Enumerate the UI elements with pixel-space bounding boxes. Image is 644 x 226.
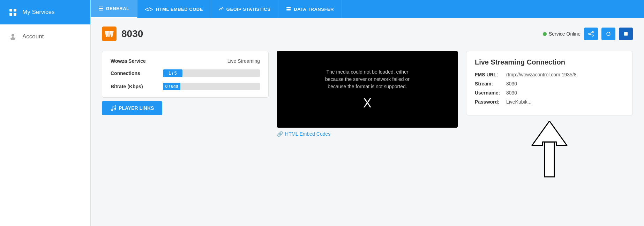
right-panel: Live Streaming Connection FMS URL: rtmp:… (466, 51, 633, 184)
sidebar-item-my-services[interactable]: My Services (0, 0, 90, 24)
music-icon (110, 105, 116, 111)
sidebar-my-services-label: My Services (22, 9, 55, 16)
service-title-group: 8030 (102, 27, 143, 41)
arrow-up-svg (529, 121, 570, 184)
connections-progress-wrap: 1 / 5 (163, 69, 260, 77)
refresh-button[interactable] (601, 28, 615, 40)
embed-link-icon: 🔗 (277, 131, 283, 137)
service-header: 8030 Service Online (102, 27, 633, 41)
html-embed-tab-label: HTML Embed Code (156, 7, 203, 12)
info-panel: Wowza Service Live Streaming Connections… (102, 51, 269, 184)
fms-url-value: rtmp://wowzacontrol.com:1935/8 (506, 72, 577, 77)
bottom-area: PLAYER LINKS (102, 101, 269, 115)
password-label: Password: (475, 99, 506, 105)
arrow-annotation (466, 121, 633, 184)
share-button[interactable] (584, 28, 598, 40)
data-transfer-tab-label: Data Transfer (294, 7, 334, 12)
html-embed-tab-icon: </> (145, 6, 153, 12)
bitrate-row: Bitrate (Kbps) 0 / 640 (111, 83, 260, 90)
sidebar-account-label: Account (22, 33, 44, 40)
username-value: 8030 (506, 90, 517, 96)
general-tab-label: General (106, 6, 129, 11)
wowza-service-row: Wowza Service Live Streaming (111, 58, 260, 64)
status-dot (543, 32, 547, 36)
video-panel: The media could not be loaded, either be… (277, 51, 458, 184)
main-body: Wowza Service Live Streaming Connections… (102, 51, 633, 184)
stream-label: Stream: (475, 81, 506, 86)
svg-point-14 (589, 33, 590, 35)
svg-point-13 (592, 35, 593, 36)
svg-point-5 (10, 37, 15, 40)
svg-rect-20 (545, 142, 554, 177)
wowza-service-label: Wowza Service (111, 58, 163, 64)
svg-point-12 (592, 31, 593, 33)
connection-title: Live Streaming Connection (475, 58, 624, 66)
content-area: 8030 Service Online (91, 18, 644, 226)
wowza-logo (102, 27, 117, 41)
tab-data-transfer[interactable]: Data Transfer (278, 0, 342, 18)
username-row: Username: 8030 (475, 90, 624, 96)
fms-url-row: FMS URL: rtmp://wowzacontrol.com:1935/8 (475, 72, 624, 77)
service-info-card: Wowza Service Live Streaming Connections… (102, 51, 269, 98)
svg-rect-1 (14, 9, 16, 12)
wowza-service-value: Live Streaming (163, 58, 260, 64)
geoip-tab-icon (219, 6, 224, 12)
video-player: The media could not be loaded, either be… (277, 51, 458, 128)
stop-button[interactable] (619, 28, 633, 40)
svg-marker-21 (532, 121, 567, 145)
video-x-symbol: X (363, 96, 372, 111)
main-content: ☰ General </> HTML Embed Code GeoIP Stat… (91, 0, 644, 226)
bitrate-progress-bg: 0 / 640 (163, 83, 260, 90)
stream-row: Stream: 8030 (475, 81, 624, 86)
fms-url-label: FMS URL: (475, 72, 506, 77)
connections-label: Connections (111, 70, 163, 76)
share-icon (588, 31, 594, 37)
tab-general[interactable]: ☰ General (91, 0, 137, 18)
geoip-tab-label: GeoIP Statistics (226, 7, 270, 12)
status-online-indicator: Service Online (543, 31, 581, 37)
svg-rect-7 (286, 9, 291, 10)
embed-link-label: HTML Embed Codes (285, 131, 330, 137)
refresh-icon (606, 31, 611, 37)
grid-icon (8, 8, 17, 17)
svg-rect-2 (9, 13, 12, 16)
video-error-text: The media could not be loaded, either be… (319, 68, 416, 90)
connections-progress-fill: 1 / 5 (163, 69, 182, 77)
bitrate-progress-wrap: 0 / 640 (163, 83, 260, 90)
svg-rect-3 (14, 13, 16, 16)
username-label: Username: (475, 90, 506, 96)
tab-bar: ☰ General </> HTML Embed Code GeoIP Stat… (91, 0, 644, 18)
password-value: LiveKubik... (506, 99, 531, 105)
player-links-button[interactable]: PLAYER LINKS (102, 101, 162, 115)
data-transfer-tab-icon (286, 6, 291, 12)
person-icon (8, 32, 17, 41)
svg-rect-17 (624, 32, 628, 36)
status-label: Service Online (549, 31, 581, 37)
service-name: 8030 (121, 28, 143, 39)
stop-icon (623, 31, 628, 36)
svg-line-15 (590, 32, 592, 33)
connections-bar-text: 1 / 5 (169, 71, 177, 76)
sidebar: My Services Account (0, 0, 91, 226)
svg-rect-6 (286, 7, 291, 8)
connection-panel: Live Streaming Connection FMS URL: rtmp:… (466, 51, 633, 115)
bitrate-label: Bitrate (Kbps) (111, 84, 163, 89)
bitrate-bar-text: 0 / 640 (165, 84, 178, 89)
connections-progress-bg: 1 / 5 (163, 69, 260, 77)
wowza-logo-svg (102, 27, 117, 41)
service-status-area: Service Online (543, 28, 633, 40)
svg-line-16 (590, 34, 592, 35)
tab-geoip[interactable]: GeoIP Statistics (211, 0, 278, 18)
sidebar-item-account[interactable]: Account (0, 24, 90, 49)
general-tab-icon: ☰ (98, 6, 103, 12)
svg-point-4 (12, 34, 14, 37)
tab-html-embed[interactable]: </> HTML Embed Code (137, 0, 211, 18)
stream-value: 8030 (506, 81, 517, 86)
svg-rect-0 (9, 9, 12, 12)
bitrate-progress-fill: 0 / 640 (163, 83, 180, 90)
html-embed-codes-link[interactable]: 🔗 HTML Embed Codes (277, 131, 458, 137)
player-links-label: PLAYER LINKS (119, 105, 154, 111)
connections-row: Connections 1 / 5 (111, 69, 260, 77)
password-row: Password: LiveKubik... (475, 99, 624, 105)
